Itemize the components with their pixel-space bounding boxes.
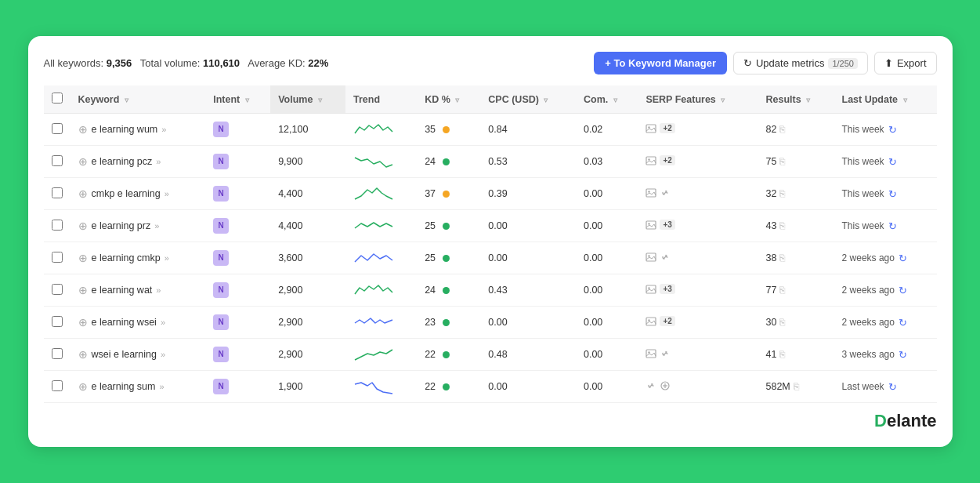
row-checkbox[interactable] bbox=[52, 348, 63, 359]
keyword-link[interactable]: ⊕ e learning wat » bbox=[78, 284, 198, 296]
keyword-link[interactable]: ⊕ e learning wsei » bbox=[78, 316, 198, 329]
update-badge: 1/250 bbox=[828, 58, 858, 69]
results-copy-icon[interactable]: ⎘ bbox=[779, 317, 785, 328]
cpc-value: 0.48 bbox=[488, 349, 507, 360]
keyword-arrow-icon: » bbox=[161, 318, 165, 327]
kd-dot bbox=[443, 383, 450, 390]
svg-point-15 bbox=[649, 351, 650, 353]
keyword-link[interactable]: ⊕ e learning wum » bbox=[78, 123, 198, 136]
keyword-link[interactable]: ⊕ e learning pcz » bbox=[78, 155, 198, 168]
intent-cell: N bbox=[205, 339, 270, 371]
col-last-update[interactable]: Last Update ▿ bbox=[834, 85, 937, 114]
row-refresh-icon[interactable]: ↻ bbox=[888, 220, 897, 232]
keyword-arrow-icon: » bbox=[156, 157, 161, 166]
last-update-value: This week bbox=[842, 124, 884, 135]
export-button[interactable]: ⬆ Export bbox=[874, 52, 937, 74]
keyword-link[interactable]: ⊕ e learning sum » bbox=[78, 380, 198, 393]
row-checkbox-cell bbox=[44, 146, 71, 178]
keyword-cell: ⊕ e learning cmkp » bbox=[71, 242, 206, 274]
results-cell: 582M ⎘ bbox=[758, 371, 834, 403]
results-copy-icon[interactable]: ⎘ bbox=[779, 285, 785, 296]
keyword-expand-icon: ⊕ bbox=[78, 316, 88, 329]
table-row: ⊕ e learning sum » N 1,900 22 0.00 0.00 bbox=[44, 371, 937, 403]
svg-point-7 bbox=[649, 223, 650, 224]
row-checkbox[interactable] bbox=[52, 252, 63, 263]
table-row: ⊕ e learning wsei » N 2,900 23 0.00 0.00… bbox=[44, 307, 937, 339]
intent-cell: N bbox=[205, 146, 270, 178]
results-copy-icon[interactable]: ⎘ bbox=[794, 381, 799, 392]
col-cpc[interactable]: CPC (USD) ▿ bbox=[480, 85, 576, 114]
keyword-expand-icon: ⊕ bbox=[78, 155, 88, 168]
results-copy-icon[interactable]: ⎘ bbox=[779, 349, 785, 360]
row-checkbox-cell bbox=[44, 242, 71, 274]
results-copy-icon[interactable]: ⎘ bbox=[779, 220, 785, 231]
row-refresh-icon[interactable]: ↻ bbox=[888, 156, 897, 168]
table-row: ⊕ e learning prz » N 4,400 25 0.00 0.00 … bbox=[44, 210, 937, 242]
table-row: ⊕ e learning cmkp » N 3,600 25 0.00 0.00 bbox=[44, 242, 937, 274]
last-update-cell: 2 weeks ago ↻ bbox=[834, 307, 937, 339]
serp-features: +2 bbox=[645, 155, 674, 166]
export-label: Export bbox=[897, 57, 927, 69]
row-checkbox-cell bbox=[44, 307, 71, 339]
serp-cell: +3 bbox=[638, 210, 758, 242]
row-checkbox[interactable] bbox=[52, 220, 63, 231]
col-keyword[interactable]: Keyword ▿ bbox=[71, 85, 206, 114]
serp-cell: +2 bbox=[638, 307, 758, 339]
kd-cell: 35 bbox=[417, 114, 480, 146]
col-kd[interactable]: KD % ▿ bbox=[417, 85, 480, 114]
volume-cell: 4,400 bbox=[270, 178, 345, 210]
keyword-manager-button[interactable]: + To Keyword Manager bbox=[594, 52, 727, 74]
row-refresh-icon[interactable]: ↻ bbox=[888, 124, 897, 136]
serp-features bbox=[645, 348, 671, 359]
row-checkbox-cell bbox=[44, 274, 71, 307]
row-checkbox[interactable] bbox=[52, 284, 63, 295]
row-checkbox[interactable] bbox=[52, 123, 63, 134]
avg-kd-value: 22% bbox=[308, 57, 328, 69]
results-copy-icon[interactable]: ⎘ bbox=[779, 188, 785, 199]
keyword-link[interactable]: ⊕ e learning prz » bbox=[78, 220, 198, 232]
keyword-link[interactable]: ⊕ wsei e learning » bbox=[78, 348, 198, 361]
row-refresh-icon[interactable]: ↻ bbox=[888, 381, 897, 393]
keyword-text: e learning sum bbox=[92, 381, 156, 392]
row-checkbox[interactable] bbox=[52, 380, 63, 391]
keyword-link[interactable]: ⊕ cmkp e learning » bbox=[78, 187, 198, 200]
row-refresh-icon[interactable]: ↻ bbox=[899, 349, 907, 361]
kd-cell: 25 bbox=[417, 242, 480, 274]
results-value: 30 bbox=[765, 317, 776, 328]
results-copy-icon[interactable]: ⎘ bbox=[779, 252, 785, 263]
footer-brand: Delante bbox=[44, 411, 937, 431]
results-copy-icon[interactable]: ⎘ bbox=[779, 124, 785, 135]
serp-features: +3 bbox=[645, 220, 674, 231]
brand-logo: Delante bbox=[874, 411, 936, 431]
keyword-link[interactable]: ⊕ e learning cmkp » bbox=[78, 252, 198, 264]
row-refresh-icon[interactable]: ↻ bbox=[899, 285, 907, 296]
kd-dot bbox=[443, 351, 450, 358]
col-serp[interactable]: SERP Features ▿ bbox=[638, 85, 758, 114]
results-copy-icon[interactable]: ⎘ bbox=[779, 156, 785, 167]
update-metrics-button[interactable]: ↻ Update metrics 1/250 bbox=[733, 52, 868, 74]
row-refresh-icon[interactable]: ↻ bbox=[888, 188, 897, 200]
col-com[interactable]: Com. ▿ bbox=[576, 85, 638, 114]
row-checkbox[interactable] bbox=[52, 187, 63, 198]
table-row: ⊕ e learning wat » N 2,900 24 0.43 0.00 … bbox=[44, 274, 937, 307]
row-refresh-icon[interactable]: ↻ bbox=[899, 317, 907, 329]
last-update-value: This week bbox=[842, 220, 884, 231]
results-value: 38 bbox=[765, 252, 776, 263]
com-value: 0.00 bbox=[584, 252, 602, 263]
keyword-text: e learning wsei bbox=[92, 317, 157, 328]
intent-badge: N bbox=[213, 282, 229, 298]
col-volume[interactable]: Volume ▿ bbox=[270, 85, 345, 114]
row-refresh-icon[interactable]: ↻ bbox=[899, 252, 907, 264]
col-results[interactable]: Results ▿ bbox=[758, 85, 834, 114]
select-all-checkbox[interactable] bbox=[52, 93, 63, 104]
kd-cell: 24 bbox=[417, 274, 480, 307]
com-value: 0.00 bbox=[584, 188, 602, 199]
results-cell: 82 ⎘ bbox=[758, 114, 834, 146]
col-trend[interactable]: Trend bbox=[345, 85, 417, 114]
row-checkbox-cell bbox=[44, 114, 71, 146]
kd-cell: 22 bbox=[417, 339, 480, 371]
intent-badge: N bbox=[213, 379, 229, 394]
col-intent[interactable]: Intent ▿ bbox=[205, 85, 270, 114]
row-checkbox[interactable] bbox=[52, 316, 63, 327]
row-checkbox[interactable] bbox=[52, 155, 63, 166]
